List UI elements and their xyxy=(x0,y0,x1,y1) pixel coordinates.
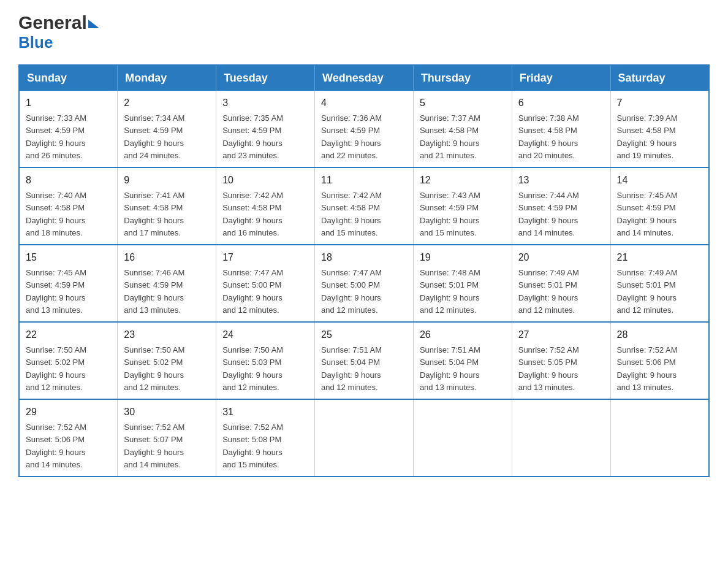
calendar-cell: 15Sunrise: 7:45 AMSunset: 4:59 PMDayligh… xyxy=(19,245,118,322)
col-header-saturday: Saturday xyxy=(610,65,709,91)
day-number: 18 xyxy=(321,250,407,265)
day-info: Sunrise: 7:45 AMSunset: 4:59 PMDaylight:… xyxy=(26,268,86,315)
day-info: Sunrise: 7:33 AMSunset: 4:59 PMDaylight:… xyxy=(26,113,86,160)
calendar-cell: 12Sunrise: 7:43 AMSunset: 4:59 PMDayligh… xyxy=(413,167,512,245)
day-info: Sunrise: 7:50 AMSunset: 5:02 PMDaylight:… xyxy=(26,345,86,392)
calendar-week-row: 29Sunrise: 7:52 AMSunset: 5:06 PMDayligh… xyxy=(19,399,709,477)
day-info: Sunrise: 7:52 AMSunset: 5:06 PMDaylight:… xyxy=(26,423,86,469)
day-number: 2 xyxy=(124,96,210,110)
day-info: Sunrise: 7:49 AMSunset: 5:01 PMDaylight:… xyxy=(518,268,579,315)
col-header-wednesday: Wednesday xyxy=(315,65,414,91)
day-number: 5 xyxy=(420,96,506,110)
day-number: 13 xyxy=(518,173,604,188)
calendar-cell: 14Sunrise: 7:45 AMSunset: 4:59 PMDayligh… xyxy=(610,167,709,245)
day-info: Sunrise: 7:45 AMSunset: 4:59 PMDaylight:… xyxy=(617,191,678,237)
col-header-thursday: Thursday xyxy=(413,65,512,91)
col-header-sunday: Sunday xyxy=(19,65,118,91)
calendar-cell: 5Sunrise: 7:37 AMSunset: 4:58 PMDaylight… xyxy=(413,91,512,167)
day-info: Sunrise: 7:41 AMSunset: 4:58 PMDaylight:… xyxy=(124,191,184,237)
day-info: Sunrise: 7:42 AMSunset: 4:58 PMDaylight:… xyxy=(222,191,283,237)
logo-arrow-icon xyxy=(88,20,99,28)
day-number: 10 xyxy=(222,173,308,188)
logo-blue-text: Blue xyxy=(18,33,53,52)
page-header: General Blue xyxy=(18,12,710,52)
day-number: 29 xyxy=(26,405,111,419)
day-number: 6 xyxy=(518,96,604,110)
day-info: Sunrise: 7:35 AMSunset: 4:59 PMDaylight:… xyxy=(222,113,283,160)
calendar-cell: 22Sunrise: 7:50 AMSunset: 5:02 PMDayligh… xyxy=(19,322,118,399)
day-info: Sunrise: 7:40 AMSunset: 4:58 PMDaylight:… xyxy=(26,191,86,237)
day-info: Sunrise: 7:42 AMSunset: 4:58 PMDaylight:… xyxy=(321,191,382,237)
calendar-cell: 26Sunrise: 7:51 AMSunset: 5:04 PMDayligh… xyxy=(413,322,512,399)
day-number: 17 xyxy=(222,250,308,265)
day-info: Sunrise: 7:34 AMSunset: 4:59 PMDaylight:… xyxy=(124,113,184,160)
calendar-cell: 4Sunrise: 7:36 AMSunset: 4:59 PMDaylight… xyxy=(315,91,414,167)
calendar-cell: 2Sunrise: 7:34 AMSunset: 4:59 PMDaylight… xyxy=(118,91,216,167)
calendar-cell: 19Sunrise: 7:48 AMSunset: 5:01 PMDayligh… xyxy=(413,245,512,322)
calendar-cell xyxy=(610,399,709,477)
calendar-cell xyxy=(512,399,610,477)
day-info: Sunrise: 7:52 AMSunset: 5:05 PMDaylight:… xyxy=(518,345,579,392)
day-info: Sunrise: 7:52 AMSunset: 5:07 PMDaylight:… xyxy=(124,423,184,469)
day-number: 24 xyxy=(222,327,308,342)
day-number: 31 xyxy=(222,405,308,419)
calendar-cell: 1Sunrise: 7:33 AMSunset: 4:59 PMDaylight… xyxy=(19,91,118,167)
col-header-friday: Friday xyxy=(512,65,610,91)
day-number: 22 xyxy=(26,327,111,342)
calendar-cell: 21Sunrise: 7:49 AMSunset: 5:01 PMDayligh… xyxy=(610,245,709,322)
day-number: 19 xyxy=(420,250,506,265)
day-number: 1 xyxy=(26,96,111,110)
calendar-cell: 27Sunrise: 7:52 AMSunset: 5:05 PMDayligh… xyxy=(512,322,610,399)
day-info: Sunrise: 7:37 AMSunset: 4:58 PMDaylight:… xyxy=(420,113,480,160)
day-number: 8 xyxy=(26,173,111,188)
day-info: Sunrise: 7:52 AMSunset: 5:08 PMDaylight:… xyxy=(222,423,283,469)
calendar-table: SundayMondayTuesdayWednesdayThursdayFrid… xyxy=(18,64,710,477)
day-number: 11 xyxy=(321,173,407,188)
calendar-cell: 8Sunrise: 7:40 AMSunset: 4:58 PMDaylight… xyxy=(19,167,118,245)
day-info: Sunrise: 7:43 AMSunset: 4:59 PMDaylight:… xyxy=(420,191,480,237)
day-number: 14 xyxy=(617,173,702,188)
day-number: 28 xyxy=(617,327,702,342)
calendar-week-row: 1Sunrise: 7:33 AMSunset: 4:59 PMDaylight… xyxy=(19,91,709,167)
calendar-cell: 28Sunrise: 7:52 AMSunset: 5:06 PMDayligh… xyxy=(610,322,709,399)
calendar-week-row: 15Sunrise: 7:45 AMSunset: 4:59 PMDayligh… xyxy=(19,245,709,322)
day-info: Sunrise: 7:52 AMSunset: 5:06 PMDaylight:… xyxy=(617,345,678,392)
calendar-cell: 6Sunrise: 7:38 AMSunset: 4:58 PMDaylight… xyxy=(512,91,610,167)
day-info: Sunrise: 7:36 AMSunset: 4:59 PMDaylight:… xyxy=(321,113,382,160)
day-info: Sunrise: 7:44 AMSunset: 4:59 PMDaylight:… xyxy=(518,191,579,237)
day-info: Sunrise: 7:48 AMSunset: 5:01 PMDaylight:… xyxy=(420,268,480,315)
day-number: 15 xyxy=(26,250,111,265)
calendar-cell: 31Sunrise: 7:52 AMSunset: 5:08 PMDayligh… xyxy=(216,399,315,477)
calendar-cell: 30Sunrise: 7:52 AMSunset: 5:07 PMDayligh… xyxy=(118,399,216,477)
calendar-cell: 17Sunrise: 7:47 AMSunset: 5:00 PMDayligh… xyxy=(216,245,315,322)
calendar-cell: 11Sunrise: 7:42 AMSunset: 4:58 PMDayligh… xyxy=(315,167,414,245)
day-info: Sunrise: 7:51 AMSunset: 5:04 PMDaylight:… xyxy=(321,345,382,392)
calendar-week-row: 22Sunrise: 7:50 AMSunset: 5:02 PMDayligh… xyxy=(19,322,709,399)
col-header-monday: Monday xyxy=(118,65,216,91)
calendar-cell: 25Sunrise: 7:51 AMSunset: 5:04 PMDayligh… xyxy=(315,322,414,399)
day-number: 9 xyxy=(124,173,210,188)
calendar-cell: 23Sunrise: 7:50 AMSunset: 5:02 PMDayligh… xyxy=(118,322,216,399)
day-info: Sunrise: 7:51 AMSunset: 5:04 PMDaylight:… xyxy=(420,345,480,392)
calendar-cell: 10Sunrise: 7:42 AMSunset: 4:58 PMDayligh… xyxy=(216,167,315,245)
day-info: Sunrise: 7:38 AMSunset: 4:58 PMDaylight:… xyxy=(518,113,579,160)
calendar-cell xyxy=(413,399,512,477)
day-number: 16 xyxy=(124,250,210,265)
day-number: 21 xyxy=(617,250,702,265)
calendar-header-row: SundayMondayTuesdayWednesdayThursdayFrid… xyxy=(19,65,709,91)
logo: General Blue xyxy=(18,12,99,52)
day-number: 30 xyxy=(124,405,210,419)
day-number: 4 xyxy=(321,96,407,110)
day-number: 7 xyxy=(617,96,702,110)
day-number: 27 xyxy=(518,327,604,342)
calendar-cell: 9Sunrise: 7:41 AMSunset: 4:58 PMDaylight… xyxy=(118,167,216,245)
day-number: 12 xyxy=(420,173,506,188)
day-number: 3 xyxy=(222,96,308,110)
calendar-cell: 20Sunrise: 7:49 AMSunset: 5:01 PMDayligh… xyxy=(512,245,610,322)
calendar-cell: 24Sunrise: 7:50 AMSunset: 5:03 PMDayligh… xyxy=(216,322,315,399)
col-header-tuesday: Tuesday xyxy=(216,65,315,91)
calendar-cell: 13Sunrise: 7:44 AMSunset: 4:59 PMDayligh… xyxy=(512,167,610,245)
day-number: 20 xyxy=(518,250,604,265)
day-info: Sunrise: 7:47 AMSunset: 5:00 PMDaylight:… xyxy=(222,268,283,315)
day-number: 23 xyxy=(124,327,210,342)
